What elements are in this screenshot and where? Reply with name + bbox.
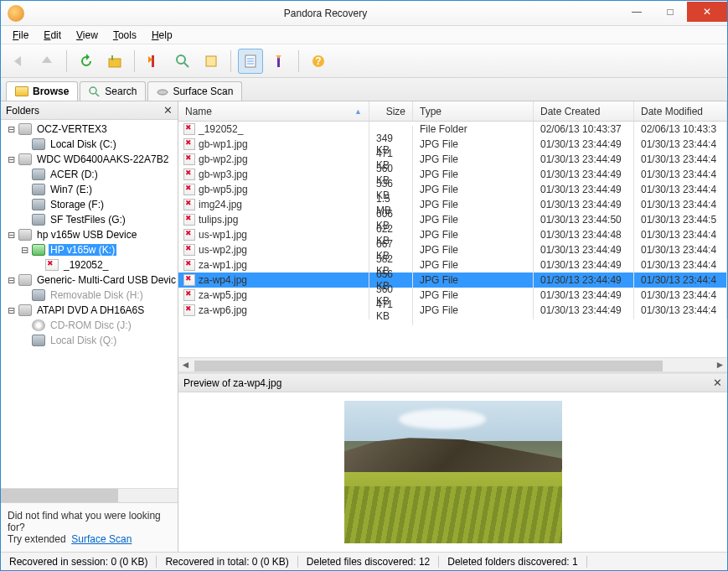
options-button[interactable]	[266, 49, 292, 74]
col-date-modified[interactable]: Date Modified	[634, 101, 727, 121]
file-icon	[183, 244, 195, 256]
file-name: za-wp4.jpg	[199, 274, 247, 286]
file-name: gb-wp3.jpg	[199, 169, 248, 180]
menu-edit[interactable]: Edit	[37, 28, 68, 43]
expand-icon[interactable]	[19, 184, 30, 195]
tree-node-label: Local Disk (C:)	[49, 138, 118, 150]
drive-icon	[32, 289, 45, 301]
expand-icon[interactable]	[19, 139, 30, 150]
tree-node[interactable]: Removable Disk (H:)	[3, 288, 178, 303]
scroll-right-icon[interactable]: ►	[713, 358, 727, 372]
recover-button[interactable]	[102, 49, 127, 74]
file-icon	[183, 199, 195, 210]
svg-rect-2	[109, 59, 121, 67]
file-rows[interactable]: _192052_File Folder02/06/13 10:43:3702/0…	[178, 122, 727, 357]
expand-icon[interactable]	[19, 320, 30, 331]
tab-label: Surface Scan	[173, 86, 233, 97]
col-date-created[interactable]: Date Created	[534, 101, 634, 121]
tab-search[interactable]: Search	[80, 81, 146, 101]
toolbar-separator	[230, 50, 231, 72]
col-name[interactable]: Name▲	[178, 101, 369, 121]
scroll-left-icon[interactable]: ◄	[178, 358, 193, 372]
minimize-button[interactable]: —	[620, 2, 653, 22]
help-button[interactable]: ?	[306, 49, 331, 74]
menu-view[interactable]: View	[70, 28, 105, 43]
tree-node[interactable]: SF TestFiles (G:)	[3, 212, 178, 227]
expand-icon[interactable]	[33, 260, 44, 271]
expand-icon[interactable]: ⊟	[6, 305, 17, 316]
tree-node-label: Win7 (E:)	[49, 184, 94, 195]
expand-icon[interactable]: ⊟	[6, 154, 17, 165]
tree-node[interactable]: CD-ROM Disc (J:)	[3, 318, 178, 333]
preview-close-button[interactable]: ✕	[713, 376, 722, 389]
toolbar-separator	[298, 50, 299, 72]
svg-line-7	[184, 63, 188, 67]
tree-node[interactable]: ⊟Generic- Multi-Card USB Devic	[3, 273, 178, 288]
folders-sidebar: Folders ✕ ⊟OCZ-VERTEX3Local Disk (C:)⊟WD…	[1, 101, 178, 552]
svg-marker-1	[42, 56, 52, 63]
search-tool-button[interactable]	[170, 49, 195, 74]
nav-back-button[interactable]	[6, 49, 31, 74]
tree-node[interactable]: ⊟OCZ-VERTEX3	[3, 122, 178, 137]
column-headers: Name▲ Size Type Date Created Date Modifi…	[178, 101, 727, 122]
col-size[interactable]: Size	[369, 101, 413, 121]
wizard-button[interactable]	[142, 49, 167, 74]
cd-icon	[32, 319, 45, 331]
tree-node[interactable]: Storage (F:)	[3, 197, 178, 212]
tree-node[interactable]: ⊟hp v165w USB Device	[3, 227, 178, 242]
sort-asc-icon: ▲	[354, 107, 362, 116]
preview-header: Preview of za-wp4.jpg ✕	[178, 374, 727, 392]
expand-icon[interactable]	[19, 169, 30, 180]
col-type[interactable]: Type	[413, 101, 534, 121]
tab-surface-scan[interactable]: Surface Scan	[147, 81, 242, 101]
expand-icon[interactable]	[19, 290, 30, 301]
file-name: za-wp5.jpg	[199, 289, 247, 301]
tree-node[interactable]: ⊟ATAPI DVD A DH16A6S	[3, 303, 178, 318]
tree-node[interactable]: Win7 (E:)	[3, 182, 178, 197]
view-tabs: Browse Search Surface Scan	[1, 78, 727, 101]
title-bar: Pandora Recovery — □ ✕	[1, 1, 727, 26]
expand-icon[interactable]	[19, 200, 30, 210]
folders-close-button[interactable]: ✕	[163, 104, 173, 117]
refresh-button[interactable]	[74, 49, 99, 74]
close-button[interactable]: ✕	[687, 2, 727, 22]
nav-up-button[interactable]	[34, 49, 59, 74]
file-icon	[183, 153, 195, 165]
tree-node[interactable]: ACER (D:)	[3, 167, 178, 182]
tree-node[interactable]: _192052_	[3, 257, 178, 273]
file-row[interactable]: za-wp6.jpg471 KBJPG File01/30/13 23:44:4…	[178, 303, 727, 318]
expand-icon[interactable]	[19, 215, 30, 226]
expand-icon[interactable]: ⊟	[6, 230, 17, 241]
tree-node[interactable]: Local Disk (C:)	[3, 137, 178, 152]
menu-tools[interactable]: Tools	[106, 28, 143, 43]
file-icon	[183, 184, 195, 195]
expand-icon[interactable]	[19, 335, 30, 346]
properties-button[interactable]	[238, 49, 263, 74]
file-created: 01/30/13 23:44:49	[534, 301, 634, 319]
toolbar-separator	[134, 50, 135, 72]
tab-browse[interactable]: Browse	[6, 81, 78, 101]
maximize-button[interactable]: □	[653, 2, 687, 22]
expand-icon[interactable]: ⊟	[19, 245, 30, 256]
tree-node[interactable]: ⊟HP v165w (K:)	[3, 242, 178, 257]
menu-help[interactable]: Help	[145, 28, 179, 43]
search-icon	[89, 86, 101, 96]
menu-file[interactable]: File	[6, 28, 35, 43]
file-name: gb-wp5.jpg	[199, 184, 248, 195]
tree-node-label: Generic- Multi-Card USB Devic	[35, 274, 178, 286]
drive-icon	[32, 214, 45, 226]
tree-node[interactable]: ⊟WDC WD6400AAKS-22A7B2	[3, 152, 178, 167]
scan-tool-button[interactable]	[199, 49, 224, 74]
tree-node-label: ATAPI DVD A DH16A6S	[35, 304, 146, 316]
sidebar-scrollbar[interactable]	[1, 488, 178, 502]
expand-icon[interactable]: ⊟	[6, 275, 17, 286]
list-h-scrollbar[interactable]: ◄ ►	[178, 357, 727, 371]
hint-link-surface-scan[interactable]: Surface Scan	[71, 533, 132, 545]
tree-node-label: Storage (F:)	[49, 199, 106, 210]
disk-icon	[18, 274, 32, 286]
folder-tree[interactable]: ⊟OCZ-VERTEX3Local Disk (C:)⊟WDC WD6400AA…	[1, 120, 178, 488]
tree-node-label: OCZ-VERTEX3	[35, 123, 109, 135]
expand-icon[interactable]: ⊟	[6, 124, 17, 135]
tree-node[interactable]: Local Disk (Q:)	[3, 333, 178, 348]
drive-icon	[32, 169, 45, 180]
